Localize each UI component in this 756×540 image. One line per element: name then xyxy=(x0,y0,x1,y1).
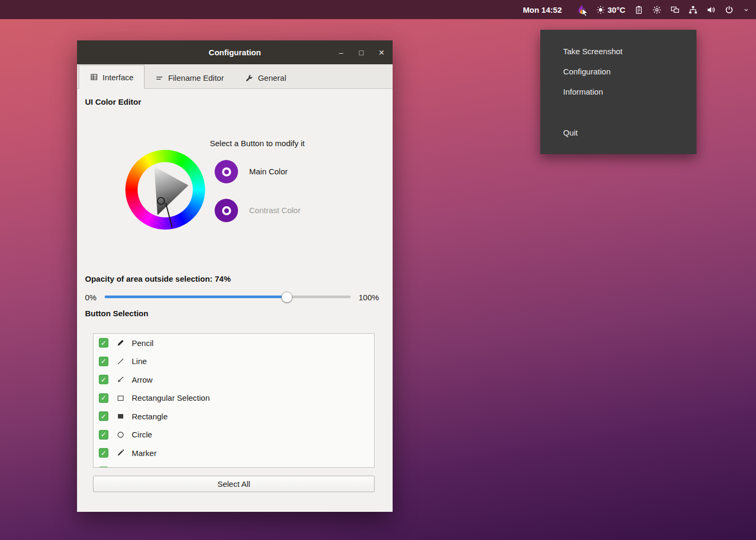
desktop: Mon 14:52 30°C Take ScreenshotConfigurat… xyxy=(0,0,756,540)
tool-icon xyxy=(116,467,125,468)
tool-checkbox[interactable]: ✓ xyxy=(99,338,108,348)
panel-tray: Mon 14:52 30°C xyxy=(523,4,756,16)
clock[interactable]: Mon 14:52 xyxy=(523,5,562,14)
lines-icon xyxy=(155,74,164,82)
modify-hint: Select a Button to modify it xyxy=(210,139,304,148)
maximize-button[interactable]: □ xyxy=(358,49,365,56)
opacity-slider[interactable] xyxy=(105,296,351,298)
rectangle-icon xyxy=(116,412,125,420)
clipboard-icon[interactable] xyxy=(634,5,643,14)
chevron-down-icon[interactable] xyxy=(743,6,750,13)
tool-label: Rectangular Selection xyxy=(132,393,210,402)
top-panel: Mon 14:52 30°C xyxy=(0,0,756,19)
speaker-icon[interactable] xyxy=(707,5,716,14)
power-icon[interactable] xyxy=(725,5,734,14)
tool-checkbox[interactable]: ✓ xyxy=(99,467,108,468)
temperature-label: 30°C xyxy=(607,5,625,14)
opacity-slider-fill xyxy=(105,296,287,298)
tool-checkbox[interactable]: ✓ xyxy=(99,411,108,421)
menu-item[interactable]: Configuration xyxy=(540,62,696,82)
wheel-selector-overlay xyxy=(125,150,205,230)
titlebar[interactable]: Configuration – □ ✕ xyxy=(77,40,393,64)
tool-checkbox[interactable]: ✓ xyxy=(99,430,108,440)
grid-icon xyxy=(90,73,98,81)
circle-icon xyxy=(116,431,125,439)
window-controls: – □ ✕ xyxy=(337,40,385,64)
main-color-button[interactable] xyxy=(215,160,238,183)
button-selection-title: Button Selection xyxy=(85,309,148,318)
main-color-label: Main Color xyxy=(249,167,288,176)
configuration-window: Configuration – □ ✕ Interface Filename E… xyxy=(77,40,393,512)
minimize-button[interactable]: – xyxy=(337,49,345,56)
slider-min-label: 0% xyxy=(85,293,97,302)
tool-label: Rectangle xyxy=(132,412,168,421)
tool-row[interactable]: ✓Rectangular Selection xyxy=(94,389,374,408)
interface-tab-content: UI Color Editor Select a Button to modif… xyxy=(77,89,393,512)
tool-row[interactable]: ✓Rectangle xyxy=(94,407,374,426)
color-wheel[interactable] xyxy=(125,150,205,230)
line-icon xyxy=(116,357,125,366)
tool-row[interactable]: ✓Line xyxy=(94,352,374,371)
mouse-cursor-icon xyxy=(581,8,590,17)
tab-interface[interactable]: Interface xyxy=(79,65,145,89)
rect-selection-icon xyxy=(116,394,125,402)
arrow-icon xyxy=(116,375,125,384)
gear-icon[interactable] xyxy=(652,5,661,14)
tab-label: General xyxy=(258,73,286,82)
tab-label: Filename Editor xyxy=(168,73,224,82)
menu-item[interactable]: Information xyxy=(540,82,696,102)
tool-row[interactable]: ✓Circle xyxy=(94,426,374,444)
marker-icon xyxy=(116,449,125,457)
tool-checkbox[interactable]: ✓ xyxy=(99,375,108,384)
pencil-icon xyxy=(116,339,125,347)
sun-icon xyxy=(596,5,605,14)
weather-indicator[interactable]: 30°C xyxy=(596,5,625,14)
tool-checkbox[interactable]: ✓ xyxy=(99,357,108,366)
menu-item-quit[interactable]: Quit xyxy=(540,123,696,143)
flameshot-tray-button[interactable] xyxy=(575,4,587,16)
tool-checkbox[interactable]: ✓ xyxy=(99,448,108,458)
ring-icon xyxy=(222,167,231,176)
contrast-color-label: Contrast Color xyxy=(249,206,301,215)
wrench-icon xyxy=(245,74,253,82)
tool-label: Arrow xyxy=(132,375,152,384)
opacity-slider-handle[interactable] xyxy=(281,291,292,302)
tool-row[interactable]: ✓ xyxy=(94,462,374,468)
tray-menu: Take ScreenshotConfigurationInformation … xyxy=(540,30,696,154)
slider-max-label: 100% xyxy=(359,293,379,302)
tool-label: Pencil xyxy=(132,339,154,348)
tab-bar: Interface Filename Editor General xyxy=(77,64,393,89)
select-all-button[interactable]: Select All xyxy=(93,476,375,492)
tool-list: ✓Pencil✓Line✓Arrow✓Rectangular Selection… xyxy=(93,333,375,468)
tool-row[interactable]: ✓Marker xyxy=(94,444,374,462)
contrast-color-button[interactable] xyxy=(215,199,238,222)
close-button[interactable]: ✕ xyxy=(378,49,385,56)
tool-label: Marker xyxy=(132,449,157,458)
display-icon[interactable] xyxy=(670,5,679,14)
tray-menu-items: Take ScreenshotConfigurationInformation xyxy=(540,41,696,102)
network-icon[interactable] xyxy=(689,5,698,14)
tab-filename-editor[interactable]: Filename Editor xyxy=(145,68,234,88)
ui-color-editor-title: UI Color Editor xyxy=(85,97,141,106)
menu-item[interactable]: Take Screenshot xyxy=(540,41,696,62)
tool-checkbox[interactable]: ✓ xyxy=(99,393,108,403)
tool-row[interactable]: ✓Arrow xyxy=(94,370,374,389)
tool-label: Circle xyxy=(132,430,152,439)
tab-label: Interface xyxy=(103,73,133,82)
ring-icon xyxy=(222,206,231,215)
tool-label: Line xyxy=(132,357,147,366)
tool-row[interactable]: ✓Pencil xyxy=(94,334,374,352)
opacity-label: Opacity of area outside selection: 74% xyxy=(85,274,231,283)
tab-general[interactable]: General xyxy=(234,68,296,88)
